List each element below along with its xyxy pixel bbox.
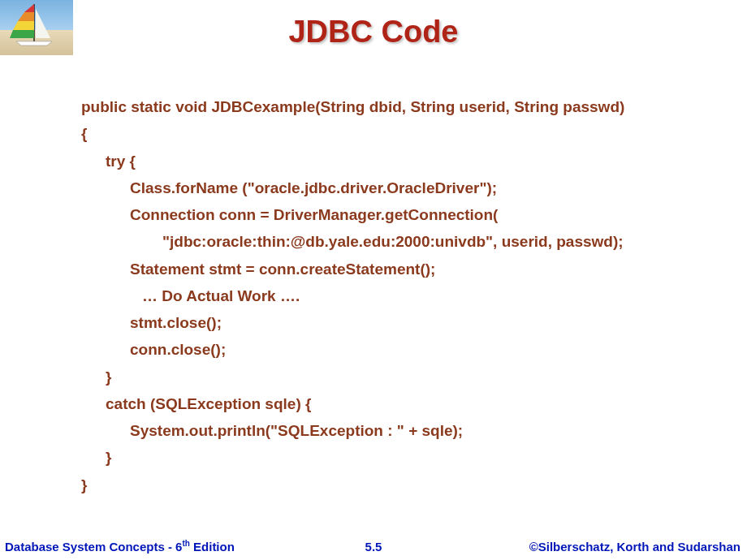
code-line: try {	[81, 148, 715, 174]
code-line: {	[81, 120, 715, 147]
code-line: "jdbc:oracle:thin:@db.yale.edu:2000:univ…	[81, 228, 715, 255]
code-line: System.out.println("SQLException : " + s…	[81, 417, 715, 444]
code-line: }	[81, 444, 715, 471]
slide-title: JDBC Code	[0, 15, 747, 50]
code-line: Connection conn = DriverManager.getConne…	[81, 201, 715, 228]
code-line: Statement stmt = conn.createStatement();	[81, 256, 715, 282]
code-line: catch (SQLException sqle) {	[81, 390, 715, 417]
code-block: public static void JDBCexample(String db…	[81, 93, 715, 498]
footer-copyright: ©Silberschatz, Korth and Sudarshan	[529, 540, 741, 554]
code-line: }	[81, 472, 715, 498]
svg-marker-1	[24, 4, 34, 12]
code-line: conn.close();	[81, 336, 715, 363]
code-line: Class.forName ("oracle.jdbc.driver.Oracl…	[81, 174, 715, 201]
code-line: … Do Actual Work ….	[81, 282, 715, 309]
code-line: public static void JDBCexample(String db…	[81, 93, 715, 120]
code-line: }	[81, 364, 715, 390]
code-line: stmt.close();	[81, 309, 715, 336]
